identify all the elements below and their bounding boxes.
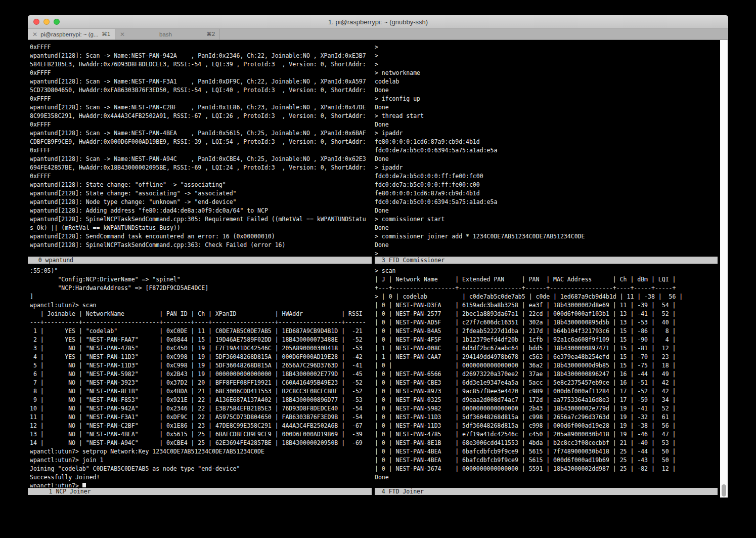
pane-caption-ftd-commissioner: 3 FTD Commissioner <box>375 257 718 264</box>
terminal-content: 0xFFFF wpantund[2128]: Scan -> Name:NEST… <box>28 40 728 499</box>
terminal-output: :55:05)" "Config:NCP:DriverName" => "spi… <box>30 267 372 487</box>
tab-close-icon[interactable]: ✕ <box>32 31 37 38</box>
terminal-output: > scan | J | Network Name | Extended PAN… <box>375 267 720 482</box>
pane-caption-wpantund: 0 wpantund <box>28 257 372 264</box>
tab-close-icon[interactable]: ✕ <box>120 31 125 38</box>
tab-shortcut: ⌘2 <box>206 31 215 37</box>
terminal-window: 1. pi@raspberrypi: ~ (gnubby-ssh) ✕ pi@r… <box>28 15 728 499</box>
scrollbar-thumb[interactable] <box>722 484 726 496</box>
terminal-cursor <box>82 483 86 487</box>
terminal-output: 0xFFFF wpantund[2128]: Scan -> Name:NEST… <box>30 43 372 250</box>
pane-ncp-joiner[interactable]: :55:05)" "Config:NCP:DriverName" => "spi… <box>30 267 372 487</box>
tab-label: pi@raspberrypi: ~ (g... <box>40 31 99 37</box>
tab-shortcut: ⌘1 <box>102 31 110 37</box>
window-titlebar: 1. pi@raspberrypi: ~ (gnubby-ssh) <box>28 15 728 29</box>
window-title: 1. pi@raspberrypi: ~ (gnubby-ssh) <box>28 18 728 26</box>
pane-ftd-joiner[interactable]: > scan | J | Network Name | Extended PAN… <box>375 267 720 487</box>
scrollbar-track[interactable] <box>720 40 728 498</box>
tab-ssh-session[interactable]: ✕ pi@raspberrypi: ~ (g... ⌘1 <box>28 29 115 39</box>
pane-caption-ftd-joiner: 4 FTD Joiner <box>375 488 718 495</box>
tab-bar: ✕ pi@raspberrypi: ~ (g... ⌘1 ✕ bash ⌘2 <box>28 29 728 40</box>
tab-bash[interactable]: ✕ bash ⌘2 <box>115 29 220 39</box>
pane-ftd-commissioner[interactable]: > > > > networkname codelab Done > ifcon… <box>375 43 720 257</box>
terminal-output: > > > > networkname codelab Done > ifcon… <box>375 43 720 257</box>
tab-label: bash <box>128 31 203 37</box>
pane-caption-ncp-joiner: 1 NCP Joiner <box>28 488 372 495</box>
pane-wpantund-log[interactable]: 0xFFFF wpantund[2128]: Scan -> Name:NEST… <box>30 43 372 257</box>
